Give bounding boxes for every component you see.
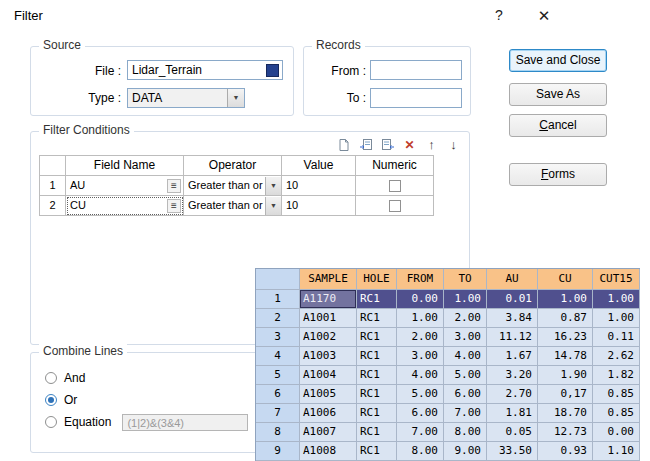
grid-cell[interactable]: 9.00 [444,442,487,461]
grid-row-number[interactable]: 7 [256,404,300,423]
file-input[interactable]: Lidar_Terrain [127,60,283,80]
grid-cell[interactable]: 11.12 [487,328,538,347]
grid-row-number[interactable]: 8 [256,423,300,442]
grid-corner-cell[interactable] [256,269,300,290]
grid-row-number[interactable]: 9 [256,442,300,461]
grid-cell[interactable]: RC1 [357,366,397,385]
radio-and[interactable] [45,372,57,384]
grid-cell[interactable]: 0.05 [487,423,538,442]
save-as-button[interactable]: Save As [509,83,607,106]
grid-column-header-sample[interactable]: SAMPLE [300,269,357,290]
grid-row-number[interactable]: 5 [256,366,300,385]
grid-cell[interactable]: 0.00 [593,423,640,442]
grid-cell[interactable]: 1.00 [593,309,640,328]
grid-cell[interactable]: A1004 [300,366,357,385]
append-line-icon[interactable] [380,137,395,152]
grid-cell[interactable]: 1.10 [593,442,640,461]
grid-cell[interactable]: 2.00 [397,328,444,347]
grid-cell[interactable]: 3.00 [444,328,487,347]
field-name-cell[interactable]: CU≡ [66,196,184,216]
grid-row-number[interactable]: 4 [256,347,300,366]
grid-column-header-hole[interactable]: HOLE [357,269,397,290]
grid-cell[interactable]: 1.67 [487,347,538,366]
grid-cell[interactable]: 8.00 [444,423,487,442]
from-input[interactable] [370,60,462,80]
help-icon[interactable]: ? [487,6,511,25]
grid-cell[interactable]: 8.00 [397,442,444,461]
grid-cell[interactable]: A1008 [300,442,357,461]
to-input[interactable] [370,88,462,108]
grid-cell[interactable]: 7.00 [444,404,487,423]
grid-cell[interactable]: 16.23 [538,328,593,347]
grid-cell[interactable]: 2.00 [444,309,487,328]
operator-cell[interactable]: Greater than or▼ [184,176,282,196]
dropdown-arrow-icon[interactable]: ▼ [265,197,281,215]
grid-cell[interactable]: 4.00 [397,366,444,385]
insert-line-icon[interactable] [358,137,373,152]
grid-cell[interactable]: A1001 [300,309,357,328]
value-cell[interactable]: 10 [282,196,356,216]
grid-cell[interactable]: 3.00 [397,347,444,366]
grid-cell[interactable]: A1007 [300,423,357,442]
grid-cell[interactable]: 0.01 [487,290,538,309]
row-number[interactable]: 1 [40,176,66,196]
row-number[interactable]: 2 [40,196,66,216]
grid-cell[interactable]: RC1 [357,309,397,328]
grid-cell[interactable]: 0.85 [593,385,640,404]
grid-cell[interactable]: RC1 [357,423,397,442]
grid-cell[interactable]: RC1 [357,290,397,309]
chevron-down-icon[interactable]: ▼ [227,89,244,107]
field-list-icon[interactable]: ≡ [167,179,181,193]
field-list-icon[interactable]: ≡ [167,199,181,213]
delete-line-icon[interactable]: ✕ [402,137,417,152]
grid-row-number[interactable]: 3 [256,328,300,347]
numeric-checkbox[interactable] [389,200,401,212]
grid-cell[interactable]: 0.85 [593,404,640,423]
grid-cell[interactable]: RC1 [357,404,397,423]
grid-cell[interactable]: 0,17 [538,385,593,404]
value-cell[interactable]: 10 [282,176,356,196]
grid-cell[interactable]: 5.00 [397,385,444,404]
grid-cell[interactable]: 1.00 [397,309,444,328]
grid-cell[interactable]: 6.00 [444,385,487,404]
grid-row-number[interactable]: 6 [256,385,300,404]
save-and-close-button[interactable]: Save and Close [509,49,607,72]
grid-row-number[interactable]: 1 [256,290,300,309]
grid-cell[interactable]: 0.87 [538,309,593,328]
grid-cell[interactable]: A1002 [300,328,357,347]
grid-column-header-to[interactable]: TO [444,269,487,290]
grid-cell[interactable]: A1003 [300,347,357,366]
grid-cell[interactable]: 2.62 [593,347,640,366]
field-name-cell[interactable]: AU≡ [66,176,184,196]
grid-column-header-cut15[interactable]: CUT15 [593,269,640,290]
grid-cell[interactable]: 1.00 [538,290,593,309]
grid-row-number[interactable]: 2 [256,309,300,328]
grid-cell[interactable]: 1.81 [487,404,538,423]
grid-cell[interactable]: 1.00 [593,290,640,309]
numeric-checkbox[interactable] [389,180,401,192]
grid-column-header-cu[interactable]: CU [538,269,593,290]
grid-cell[interactable]: 1.82 [593,366,640,385]
grid-cell[interactable]: 1.90 [538,366,593,385]
type-dropdown[interactable]: DATA ▼ [127,88,245,108]
grid-cell[interactable]: 12.73 [538,423,593,442]
grid-cell[interactable]: 3.20 [487,366,538,385]
grid-cell[interactable]: 0.93 [538,442,593,461]
grid-cell[interactable]: 0.00 [397,290,444,309]
grid-cell[interactable]: 1.00 [444,290,487,309]
grid-cell[interactable]: 7.00 [397,423,444,442]
grid-cell[interactable]: 33.50 [487,442,538,461]
file-browse-icon[interactable] [266,64,279,77]
grid-cell[interactable]: 5.00 [444,366,487,385]
radio-equation[interactable] [45,416,57,428]
grid-cell[interactable]: RC1 [357,347,397,366]
new-line-icon[interactable] [336,137,351,152]
radio-or[interactable] [45,394,57,406]
forms-button[interactable]: Forms [509,163,607,186]
grid-cell[interactable]: A1005 [300,385,357,404]
dropdown-arrow-icon[interactable]: ▼ [265,177,281,195]
grid-cell[interactable]: 14.78 [538,347,593,366]
grid-cell[interactable]: 6.00 [397,404,444,423]
close-icon[interactable]: ✕ [532,6,556,25]
grid-column-header-from[interactable]: FROM [397,269,444,290]
